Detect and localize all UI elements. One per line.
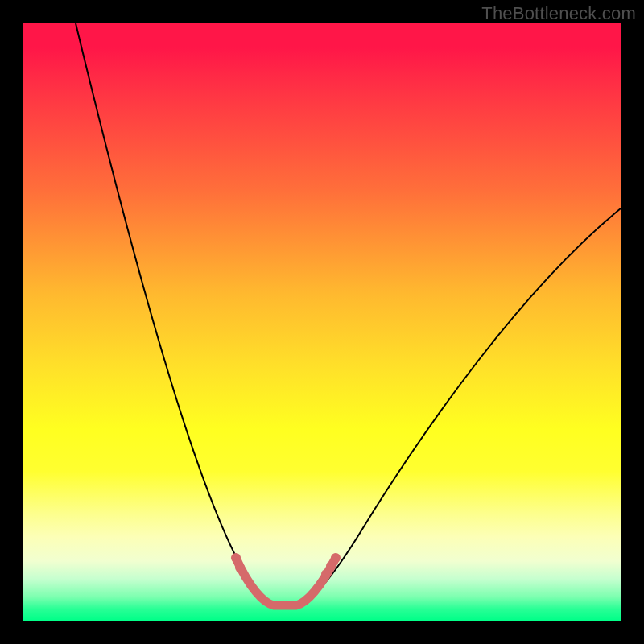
marker-dot [231,553,241,563]
marker-dot [326,561,336,571]
curve-svg [23,23,621,621]
marker-dot [331,553,341,563]
marker-dot [321,569,331,579]
chart-frame: TheBottleneck.com [0,0,644,644]
flat-bottom-marker [236,558,336,605]
marker-dot [235,563,245,572]
bottleneck-curve [76,23,621,606]
plot-area [23,23,621,621]
watermark-text: TheBottleneck.com [481,3,636,24]
